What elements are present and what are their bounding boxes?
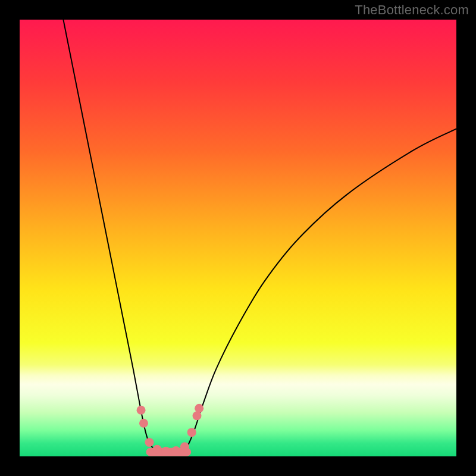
chart-stage: TheBottleneck.com <box>0 0 476 476</box>
watermark-label: TheBottleneck.com <box>355 2 469 18</box>
chart-plot-area <box>20 20 456 456</box>
curve-marker <box>137 406 146 415</box>
curve-marker <box>187 428 196 437</box>
curve-marker <box>145 438 154 447</box>
curve-marker <box>180 442 189 451</box>
curve-marker <box>139 419 148 428</box>
curve-marker <box>195 404 203 413</box>
bottleneck-curve <box>63 20 456 453</box>
curve-marker <box>161 447 170 456</box>
chart-svg <box>20 20 456 456</box>
curve-markers <box>137 404 204 456</box>
curve-marker <box>171 446 180 455</box>
curve-marker <box>153 445 162 454</box>
